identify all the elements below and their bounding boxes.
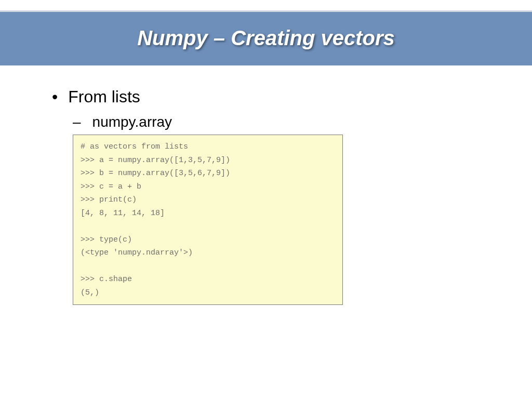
slide-title: Numpy – Creating vectors xyxy=(0,26,532,50)
bullet-from-lists: From lists xyxy=(52,87,485,107)
sub-bullet-numpy-array-text: numpy.array xyxy=(92,114,172,130)
title-band: Numpy – Creating vectors xyxy=(0,10,532,65)
sub-bullet-numpy-array: numpy.array xyxy=(73,114,485,130)
code-example: # as vectors from lists >>> a = numpy.ar… xyxy=(73,135,343,305)
bullet-from-lists-text: From lists xyxy=(68,87,140,106)
slide-content: From lists numpy.array # as vectors from… xyxy=(0,65,532,305)
